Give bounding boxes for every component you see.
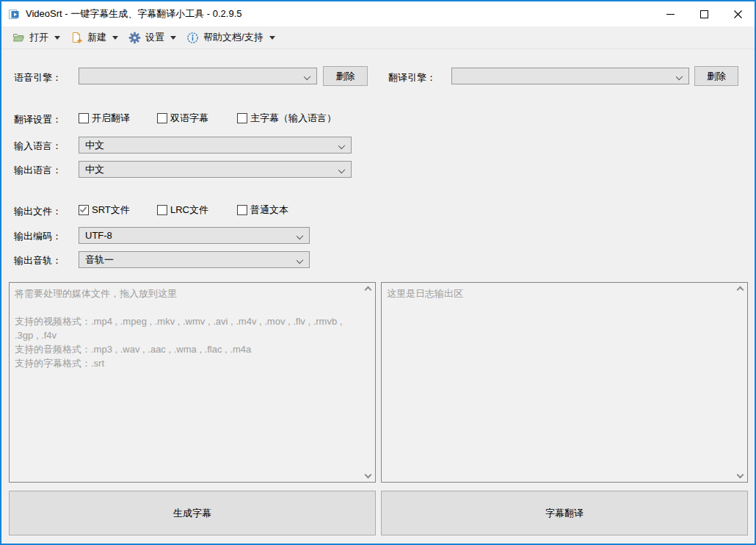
close-button[interactable]: [721, 1, 755, 26]
minimize-button[interactable]: [653, 1, 687, 26]
maximize-icon: [700, 10, 708, 18]
output-track-value: 音轨一: [85, 253, 114, 267]
output-language-value: 中文: [85, 163, 104, 176]
chevron-down-icon: [338, 142, 345, 149]
speech-engine-delete-button[interactable]: 删除: [323, 66, 368, 86]
checkbox-enable-translate[interactable]: 开启翻译: [79, 112, 130, 125]
output-track-label: 输出音轨：: [14, 254, 62, 267]
checkbox-lrc-file[interactable]: LRC文件: [157, 203, 208, 217]
window-title: VideoSrt - 一键字幕生成、字幕翻译小工具 - 0.2.9.5: [26, 7, 242, 21]
input-language-select[interactable]: 中文: [79, 137, 352, 154]
checkbox-icon: [157, 113, 167, 123]
input-language-label: 输入语言：: [14, 140, 62, 153]
toolbar-help-button[interactable]: 帮助文档/支持: [181, 28, 280, 47]
media-drop-scrollbar[interactable]: [362, 284, 374, 481]
speech-engine-label: 语音引擎：: [14, 71, 62, 84]
checkbox-icon: [237, 205, 247, 215]
log-scrollbar[interactable]: [734, 284, 746, 481]
checkbox-icon: [79, 113, 89, 123]
toolbar: 打开 新建: [1, 26, 755, 49]
chevron-down-icon: [112, 36, 118, 40]
checkbox-bilingual-subtitle[interactable]: 双语字幕: [157, 112, 208, 125]
close-icon: [734, 10, 742, 18]
checkbox-icon: [157, 205, 167, 215]
toolbar-settings-label: 设置: [145, 31, 164, 44]
app-icon: [8, 8, 21, 21]
toolbar-settings-button[interactable]: 设置: [123, 28, 181, 47]
chevron-up-icon: [365, 286, 372, 294]
toolbar-open-label: 打开: [29, 31, 48, 44]
output-file-label: 输出文件：: [14, 205, 62, 218]
input-language-value: 中文: [85, 139, 104, 152]
checkbox-label: 主字幕（输入语言）: [250, 112, 336, 125]
checkbox-srt-file[interactable]: SRT文件: [79, 203, 130, 217]
folder-open-icon: [12, 32, 25, 44]
chevron-down-icon: [170, 36, 176, 40]
new-file-icon: [70, 32, 83, 44]
chevron-down-icon: [269, 36, 275, 40]
translate-engine-select[interactable]: [451, 68, 689, 84]
toolbar-open-button[interactable]: 打开: [7, 28, 65, 47]
translate-engine-label: 翻译引擎：: [388, 71, 436, 84]
log-output-area[interactable]: 这里是日志输出区: [381, 282, 748, 483]
generate-subtitle-button[interactable]: 生成字幕: [9, 491, 376, 535]
translate-subtitle-button[interactable]: 字幕翻译: [381, 491, 748, 535]
chevron-down-icon: [676, 73, 683, 80]
output-language-select[interactable]: 中文: [79, 161, 352, 178]
chevron-down-icon: [365, 472, 372, 479]
chevron-down-icon: [297, 233, 303, 239]
minimize-icon: [666, 10, 675, 18]
chevron-up-icon: [737, 286, 744, 294]
output-encoding-label: 输出编码：: [14, 230, 62, 243]
output-track-select[interactable]: 音轨一: [79, 251, 310, 268]
checkbox-label: SRT文件: [92, 203, 130, 217]
toolbar-new-label: 新建: [87, 31, 106, 44]
log-output-placeholder: 这里是日志输出区: [387, 286, 728, 300]
chevron-down-icon: [737, 472, 744, 479]
output-encoding-value: UTF-8: [85, 230, 112, 241]
checkbox-label: LRC文件: [170, 203, 208, 217]
scroll-up-button[interactable]: [362, 284, 374, 296]
toolbar-help-label: 帮助文档/支持: [203, 31, 263, 44]
chevron-down-icon: [54, 36, 60, 40]
maximize-button[interactable]: [687, 1, 721, 26]
checkbox-label: 普通文本: [250, 203, 288, 217]
chevron-down-icon: [304, 73, 310, 80]
translate-settings-label: 翻译设置：: [14, 113, 62, 126]
chevron-down-icon: [338, 167, 345, 173]
checkbox-label: 开启翻译: [92, 112, 130, 125]
translate-engine-delete-button[interactable]: 删除: [694, 66, 738, 86]
chevron-down-icon: [297, 257, 303, 264]
checkbox-plain-text[interactable]: 普通文本: [237, 203, 288, 217]
checkbox-icon: [237, 113, 247, 123]
scroll-up-button[interactable]: [734, 284, 746, 296]
window-controls: [653, 1, 755, 26]
checkbox-icon: [79, 205, 89, 215]
output-encoding-select[interactable]: UTF-8: [79, 227, 310, 244]
scroll-down-button[interactable]: [734, 469, 746, 481]
checkbox-main-subtitle[interactable]: 主字幕（输入语言）: [237, 112, 336, 125]
scroll-down-button[interactable]: [362, 469, 374, 481]
info-icon: [186, 32, 199, 44]
media-drop-placeholder: 将需要处理的媒体文件，拖入放到这里 支持的视频格式：.mp4 , .mpeg ,…: [15, 286, 356, 370]
app-window: VideoSrt - 一键字幕生成、字幕翻译小工具 - 0.2.9.5 打开: [0, 0, 756, 545]
checkbox-label: 双语字幕: [170, 112, 208, 125]
output-language-label: 输出语言：: [14, 164, 62, 177]
media-drop-area[interactable]: 将需要处理的媒体文件，拖入放到这里 支持的视频格式：.mp4 , .mpeg ,…: [9, 282, 376, 483]
speech-engine-select[interactable]: [79, 68, 317, 84]
toolbar-new-button[interactable]: 新建: [65, 28, 123, 47]
gear-icon: [128, 32, 141, 44]
titlebar: VideoSrt - 一键字幕生成、字幕翻译小工具 - 0.2.9.5: [1, 1, 755, 26]
